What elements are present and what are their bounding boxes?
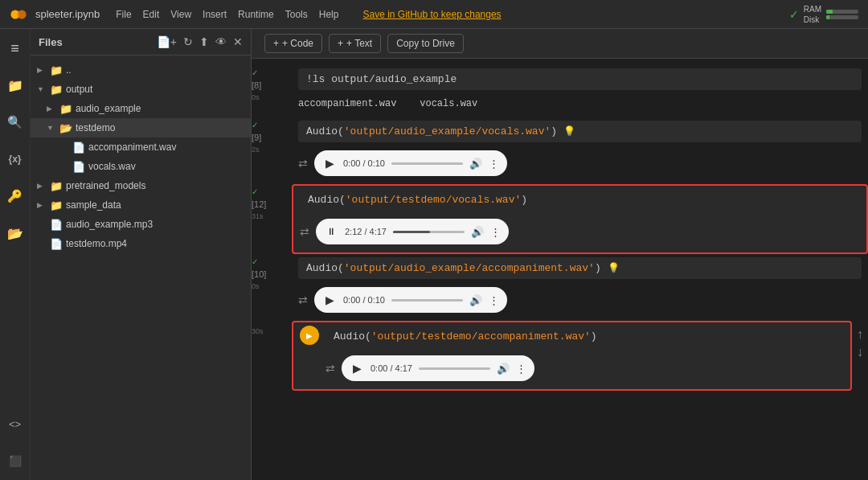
titlebar: spleeter.ipynb File Edit View Insert Run… [0, 0, 868, 29]
cell-code-2[interactable]: Audio('output/audio_example/vocals.wav')… [298, 121, 862, 142]
svg-point-1 [18, 10, 27, 18]
copy-to-drive-button[interactable]: Copy to Drive [387, 34, 464, 53]
tree-arrow: ▶ [37, 182, 47, 190]
cell-number-3: [12] [252, 199, 266, 209]
play-button-5[interactable]: ▶ [350, 361, 364, 375]
cell-number-4: [10] [252, 269, 266, 279]
audio-settings-icon-4[interactable]: ⇄ [298, 293, 308, 306]
audio-player-wrap-5: ⇄ ▶ 0:00 / 4:17 🔊 ⋮ [326, 352, 844, 384]
volume-icon-2[interactable]: 🔊 [469, 158, 482, 170]
tree-label-accompaniment: accompaniment.wav [88, 142, 176, 153]
menu-view[interactable]: View [170, 9, 191, 20]
add-text-button[interactable]: + + Text [329, 34, 381, 53]
menu-runtime[interactable]: Runtime [238, 9, 274, 20]
cell-number-2: [9] [252, 133, 261, 142]
cells-container: ✓ [8] 0s !ls output/audio_example accomp… [252, 59, 868, 397]
pause-button-3[interactable]: ⏸ [324, 224, 338, 239]
cell-gutter-3: ✓ [12] 31s [252, 184, 292, 220]
tree-item-accompaniment-wav[interactable]: 📄 accompaniment.wav [31, 137, 251, 157]
add-code-label: + Code [282, 38, 313, 49]
icon-rail: ≡ 📁 🔍 {x} 🔑 📂 <> ⬛ [0, 29, 31, 480]
tree-label: .. [66, 64, 72, 76]
menu-bar: File Edit View Insert Runtime Tools Help [116, 9, 338, 20]
menu-file[interactable]: File [116, 9, 131, 20]
audio-settings-icon-2[interactable]: ⇄ [298, 157, 308, 170]
cell-audio-accompaniment-testdemo: 30s ▶ Audio('output/testdemo/accompanime… [252, 321, 868, 391]
time-display-3: 2:12 / 4:17 [345, 227, 387, 236]
add-text-label: + Text [346, 38, 372, 49]
notebook: + + Code + + Text Copy to Drive ✓ [8] 0s [252, 29, 868, 480]
active-cell-border-3: Audio('output/testdemo/vocals.wav') ⇄ ⏸ … [292, 184, 868, 254]
tree-item-testdemo-mp4[interactable]: 📄 testdemo.mp4 [31, 234, 251, 253]
progress-bar-3[interactable] [393, 231, 465, 233]
cell-status-3: ✓ [252, 187, 258, 196]
code-text: ) [591, 330, 597, 343]
secrets-icon[interactable]: 🔑 [4, 185, 27, 207]
terminal-icon[interactable]: ⬛ [4, 449, 27, 472]
volume-icon-3[interactable]: 🔊 [471, 226, 484, 238]
tree-label: output [66, 84, 92, 95]
upload-icon[interactable]: ⬆ [199, 35, 209, 48]
volume-icon-5[interactable]: 🔊 [497, 363, 510, 375]
cell-body-ls: !ls output/audio_example accompaniment.w… [292, 65, 868, 117]
connected-icon: ✓ [789, 8, 799, 21]
cell-gutter-5: 30s [252, 321, 292, 335]
cell-time-4: 0s [252, 282, 260, 290]
play-button-2[interactable]: ▶ [322, 156, 337, 170]
add-code-button[interactable]: + + Code [264, 34, 322, 53]
tree-item-testdemo[interactable]: ▼ 📂 testdemo [31, 118, 251, 137]
more-icon-2[interactable]: ⋮ [489, 158, 499, 170]
code-text: Audio( [308, 194, 346, 206]
volume-icon-4[interactable]: 🔊 [469, 294, 482, 306]
hide-icon[interactable]: 👁 [215, 35, 227, 48]
scroll-up-arrow[interactable]: ↑ [857, 327, 863, 342]
tree-item-sample-data[interactable]: ▶ 📁 sample_data [31, 195, 251, 215]
menu-tools[interactable]: Tools [285, 9, 308, 20]
tree-item-audio-mp3[interactable]: 📄 audio_example.mp3 [31, 215, 251, 234]
cell-body-4: Audio('output/audio_example/accompanimen… [292, 254, 868, 321]
cell-code-3[interactable]: Audio('output/testdemo/vocals.wav') [300, 189, 860, 211]
menu-help[interactable]: Help [319, 9, 339, 20]
cell-code-4[interactable]: Audio('output/audio_example/accompanimen… [298, 257, 862, 279]
refresh-icon[interactable]: ↻ [183, 35, 193, 48]
tree-item-vocals-wav[interactable]: 📄 vocals.wav [31, 157, 251, 176]
folder-icon: 📁 [50, 64, 63, 76]
variables-icon[interactable]: {x} [4, 148, 27, 170]
folder-icon: 📁 [50, 199, 63, 211]
more-icon-5[interactable]: ⋮ [516, 363, 526, 375]
progress-bar-4[interactable] [391, 299, 463, 302]
new-file-icon[interactable]: 📄+ [157, 35, 177, 48]
tree-label: audio_example [76, 103, 141, 114]
files-icon[interactable]: 📁 [4, 74, 27, 96]
menu-insert[interactable]: Insert [203, 9, 227, 20]
cell-time-ls: 0s [252, 93, 260, 101]
collapse-sidebar-button[interactable]: ≡ [4, 37, 27, 59]
code-text: Audio( [306, 125, 344, 137]
search-icon[interactable]: 🔍 [4, 111, 27, 133]
close-sidebar-icon[interactable]: ✕ [233, 35, 243, 48]
string-literal: 'output/audio_example/vocals.wav' [344, 125, 551, 137]
cell-code-5[interactable]: Audio('output/testdemo/accompaniment.wav… [326, 326, 844, 347]
play-button-4[interactable]: ▶ [322, 293, 337, 307]
tree-item-pretrained[interactable]: ▶ 📁 pretrained_models [31, 176, 251, 195]
audio-player-2: ▶ 0:00 / 0:10 🔊 ⋮ [314, 150, 507, 176]
string-literal: 'output/testdemo/vocals.wav' [346, 194, 521, 206]
menu-edit[interactable]: Edit [143, 9, 160, 20]
scroll-down-arrow[interactable]: ↓ [857, 345, 863, 359]
playing-indicator-5[interactable]: ▶ [300, 326, 319, 345]
save-to-github-link[interactable]: Save in GitHub to keep changes [362, 9, 501, 20]
cell-status-ls: ✓ [252, 68, 258, 77]
more-icon-3[interactable]: ⋮ [490, 226, 501, 238]
more-icon-4[interactable]: ⋮ [489, 294, 499, 306]
progress-bar-2[interactable] [391, 162, 463, 165]
folder-icon[interactable]: 📂 [4, 222, 27, 244]
tree-item-audio-example[interactable]: ▶ 📁 audio_example [31, 99, 251, 118]
audio-settings-icon-3[interactable]: ⇄ [300, 225, 309, 238]
code-snippets-icon[interactable]: <> [4, 412, 27, 435]
progress-bar-5[interactable] [419, 367, 490, 370]
tree-item-parent[interactable]: ▶ 📁 .. [31, 60, 251, 80]
audio-settings-icon-5[interactable]: ⇄ [326, 362, 335, 375]
cell-code-ls[interactable]: !ls output/audio_example [298, 68, 862, 90]
cell-time-3: 31s [252, 212, 264, 220]
tree-item-output[interactable]: ▼ 📁 output [31, 80, 251, 99]
